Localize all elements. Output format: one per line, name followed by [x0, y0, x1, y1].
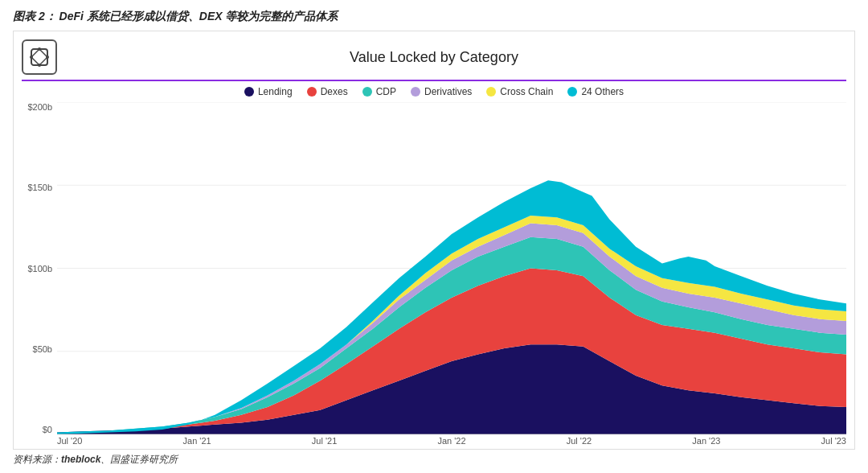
svg-rect-0 — [31, 49, 47, 65]
x-axis-label: Jul '22 — [567, 436, 592, 446]
footer-separator: 、 — [100, 454, 110, 465]
legend-dot — [411, 87, 420, 97]
purple-divider — [22, 80, 846, 81]
legend-label: Cross Chain — [500, 86, 553, 97]
footer-source1: theblock — [61, 454, 100, 465]
svg-point-8 — [38, 64, 41, 67]
legend: LendingDexesCDPDerivativesCross Chain24 … — [22, 86, 846, 97]
area-chart-svg — [57, 102, 846, 434]
legend-dot — [244, 87, 254, 97]
footer-source2: 国盛证券研究所 — [110, 454, 178, 465]
legend-dot — [567, 87, 577, 97]
legend-dot — [486, 87, 496, 97]
x-axis-label: Jul '21 — [312, 436, 337, 446]
chart-area: $200b$150b$100b$50b$0 — [22, 102, 846, 434]
legend-label: CDP — [376, 86, 396, 97]
y-axis: $200b$150b$100b$50b$0 — [22, 102, 57, 434]
y-axis-label: $50b — [33, 344, 52, 354]
legend-dot — [307, 87, 317, 97]
x-axis-label: Jan '22 — [437, 436, 465, 446]
x-axis-label: Jul '20 — [57, 436, 82, 446]
chart-header: Value Locked by Category — [22, 39, 846, 75]
legend-item: CDP — [362, 86, 396, 97]
legend-item: Dexes — [307, 86, 348, 97]
figure-title: 图表 2： DeFi 系统已经形成以借贷、DEX 等较为完整的产品体系 — [13, 10, 855, 24]
svg-point-6 — [30, 56, 33, 59]
legend-item: 24 Others — [567, 86, 624, 97]
x-axis-label: Jul '23 — [821, 436, 846, 446]
y-axis-label: $200b — [27, 102, 52, 112]
footer-prefix: 资料来源： — [13, 454, 61, 465]
logo-icon — [28, 46, 51, 68]
x-axis: Jul '20Jan '21Jul '21Jan '22Jul '22Jan '… — [22, 436, 846, 446]
legend-item: Cross Chain — [486, 86, 553, 97]
page-wrapper: 图表 2： DeFi 系统已经形成以借贷、DEX 等较为完整的产品体系 Valu… — [0, 0, 868, 473]
svg-area — [57, 102, 846, 434]
footer-text: 资料来源：theblock、国盛证券研究所 — [13, 453, 855, 467]
chart-title: Value Locked by Category — [67, 49, 846, 66]
legend-label: 24 Others — [581, 86, 624, 97]
figure-title-prefix: 图表 2： — [13, 10, 56, 23]
figure-title-text: DeFi 系统已经形成以借贷、DEX 等较为完整的产品体系 — [59, 10, 338, 23]
x-axis-label: Jan '21 — [183, 436, 211, 446]
svg-point-5 — [38, 47, 41, 51]
legend-label: Dexes — [321, 86, 348, 97]
chart-container: Value Locked by Category LendingDexesCDP… — [13, 31, 855, 450]
x-axis-label: Jan '23 — [692, 436, 720, 446]
y-axis-label: $0 — [43, 425, 52, 434]
legend-item: Lending — [244, 86, 293, 97]
svg-point-7 — [46, 56, 49, 59]
y-axis-label: $100b — [27, 264, 52, 274]
logo-box — [22, 39, 57, 75]
y-axis-label: $150b — [27, 183, 52, 192]
legend-dot — [362, 87, 372, 97]
legend-label: Derivatives — [424, 86, 472, 97]
legend-label: Lending — [258, 86, 293, 97]
legend-item: Derivatives — [411, 86, 472, 97]
